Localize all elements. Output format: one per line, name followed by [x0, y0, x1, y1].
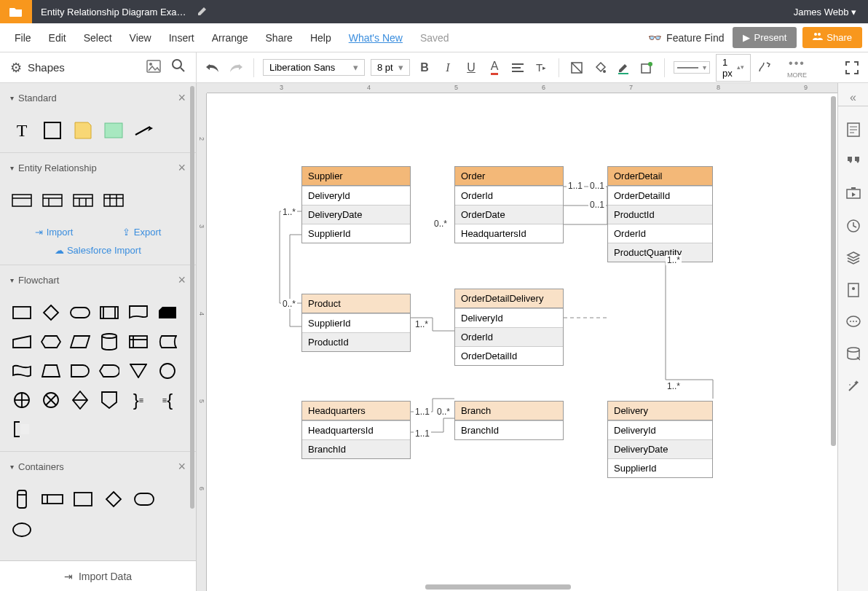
- italic-icon[interactable]: I: [439, 59, 457, 77]
- entity-orderdetail[interactable]: OrderDetail OrderDetailId ProductId Orde…: [607, 166, 713, 262]
- entity-product[interactable]: Product SupplierId ProductId: [301, 294, 411, 352]
- section-standard-header[interactable]: ▾Standard ×: [0, 83, 196, 113]
- fc-card[interactable]: [156, 301, 179, 324]
- user-menu[interactable]: James Webb ▾: [782, 7, 868, 17]
- panel-scrollbar[interactable]: [190, 86, 194, 509]
- shape-note[interactable]: [71, 119, 95, 142]
- fc-internal[interactable]: [127, 330, 150, 353]
- shape-er-2[interactable]: [41, 189, 64, 212]
- entity-branch[interactable]: Branch BranchId: [454, 401, 564, 440]
- share-button[interactable]: Share: [802, 27, 862, 48]
- menu-select[interactable]: Select: [75, 32, 121, 44]
- shape-fill-icon[interactable]: [568, 59, 585, 77]
- shape-arrow[interactable]: [133, 119, 156, 142]
- document-title[interactable]: Entity Relationship Diagram Exa…: [32, 7, 194, 17]
- fc-note[interactable]: ≡{: [156, 388, 179, 412]
- fc-tape[interactable]: [10, 359, 33, 383]
- menu-arrange[interactable]: Arrange: [203, 32, 257, 44]
- entity-supplier[interactable]: Supplier DeliveryId DeliveryDate Supplie…: [301, 166, 411, 243]
- entity-odd[interactable]: OrderDetailDelivery DeliveryId OrderId O…: [454, 289, 564, 366]
- fc-connector[interactable]: [156, 359, 179, 383]
- text-options-icon[interactable]: T▸: [532, 59, 550, 77]
- fc-manual-input[interactable]: [10, 330, 33, 353]
- import-data-button[interactable]: ⇥ Import Data: [0, 560, 196, 591]
- cont-4[interactable]: [102, 488, 125, 511]
- pencil-icon[interactable]: [197, 6, 208, 18]
- fullscreen-icon[interactable]: [843, 59, 861, 77]
- fc-delay[interactable]: [68, 359, 92, 383]
- fc-cylinder[interactable]: [98, 330, 121, 353]
- shape-er-4[interactable]: [102, 189, 125, 212]
- fc-predef[interactable]: [98, 301, 121, 324]
- bold-icon[interactable]: B: [416, 59, 433, 77]
- feature-find[interactable]: 👓 Feature Find: [648, 31, 724, 44]
- canvas[interactable]: Supplier DeliveryId DeliveryDate Supplie…: [207, 93, 837, 591]
- rail-chat-icon[interactable]: [845, 313, 862, 331]
- entity-hq[interactable]: Headquarters HeadquartersId BranchId: [301, 401, 411, 459]
- section-flowchart-header[interactable]: ▾Flowchart ×: [0, 265, 196, 295]
- rail-magic-icon[interactable]: [845, 377, 862, 395]
- cont-3[interactable]: [71, 488, 95, 511]
- present-button[interactable]: ▶ Present: [733, 27, 797, 48]
- shape-options-icon[interactable]: [638, 59, 655, 77]
- redo-icon[interactable]: [227, 59, 245, 77]
- line-options-icon[interactable]: [757, 59, 774, 77]
- menu-share[interactable]: Share: [257, 32, 301, 44]
- menu-help[interactable]: Help: [301, 32, 340, 44]
- fc-diamond[interactable]: [39, 301, 63, 324]
- cont-6[interactable]: [10, 518, 33, 541]
- folder-icon[interactable]: [0, 0, 32, 23]
- close-icon[interactable]: ×: [178, 160, 186, 176]
- line-style-select[interactable]: ▾: [674, 61, 710, 74]
- fc-terminator[interactable]: [68, 301, 92, 324]
- fc-brace-close[interactable]: }≡: [127, 388, 150, 412]
- more-button[interactable]: ••• MORE: [787, 57, 807, 79]
- rail-present-icon[interactable]: [845, 185, 862, 203]
- undo-icon[interactable]: [204, 59, 221, 77]
- underline-icon[interactable]: U: [462, 59, 480, 77]
- section-er-header[interactable]: ▾Entity Relationship ×: [0, 153, 196, 183]
- fc-display[interactable]: [98, 359, 121, 383]
- image-icon[interactable]: [146, 60, 161, 76]
- menu-edit[interactable]: Edit: [40, 32, 75, 44]
- cont-5[interactable]: [133, 488, 156, 511]
- font-size-select[interactable]: 8 pt▾: [371, 59, 410, 76]
- fc-trap[interactable]: [39, 359, 63, 383]
- align-icon[interactable]: [509, 59, 526, 77]
- border-color-icon[interactable]: [615, 59, 632, 77]
- collapse-icon[interactable]: «: [838, 89, 868, 106]
- menu-view[interactable]: View: [121, 32, 160, 44]
- fc-sum[interactable]: [39, 388, 63, 412]
- font-select[interactable]: Liberation Sans▾: [263, 59, 365, 76]
- fc-annotation[interactable]: [10, 418, 33, 441]
- fc-stored[interactable]: [156, 330, 179, 353]
- canvas-scrollbar-h[interactable]: [425, 584, 571, 590]
- fc-hex[interactable]: [39, 330, 63, 353]
- rail-comment-icon[interactable]: [845, 153, 862, 171]
- close-icon[interactable]: ×: [178, 273, 186, 288]
- rail-page-icon[interactable]: [845, 121, 862, 138]
- entity-delivery[interactable]: Delivery DeliveryId DeliveryDate Supplie…: [607, 401, 713, 478]
- close-icon[interactable]: ×: [178, 459, 186, 474]
- salesforce-import-link[interactable]: ☁ Salesforce Import: [0, 242, 196, 265]
- shape-er-1[interactable]: [10, 189, 33, 212]
- fc-offpage[interactable]: [98, 388, 121, 412]
- canvas-scrollbar-v[interactable]: [831, 96, 836, 446]
- shape-text[interactable]: T: [10, 119, 33, 142]
- menu-file[interactable]: File: [6, 32, 40, 44]
- line-width-select[interactable]: 1 px ▴▾: [716, 54, 751, 82]
- rail-data-icon[interactable]: [845, 281, 862, 299]
- section-containers-header[interactable]: ▾Containers ×: [0, 452, 196, 482]
- menu-whatsnew[interactable]: What's New: [340, 32, 411, 44]
- fc-sort[interactable]: [68, 388, 92, 412]
- rail-layers-icon[interactable]: [845, 249, 862, 267]
- search-icon[interactable]: [171, 58, 186, 77]
- rail-history-icon[interactable]: [845, 217, 862, 235]
- close-icon[interactable]: ×: [178, 90, 186, 106]
- rail-db-icon[interactable]: [845, 345, 862, 363]
- gear-icon[interactable]: ⚙: [10, 60, 22, 76]
- cont-1[interactable]: [10, 488, 33, 511]
- shape-rect[interactable]: [41, 119, 64, 142]
- export-link[interactable]: ⇪Export: [122, 227, 162, 238]
- fc-or[interactable]: [10, 388, 33, 412]
